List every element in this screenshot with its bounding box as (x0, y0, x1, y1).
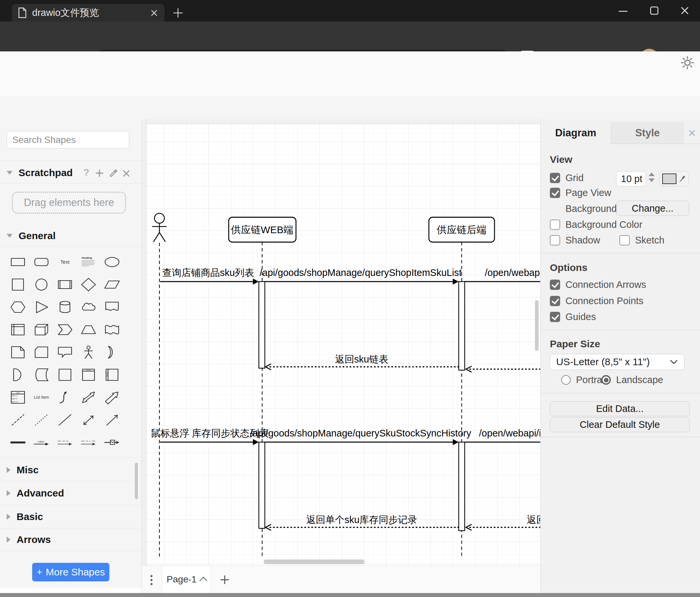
shape-or[interactable] (100, 341, 124, 363)
sidebar-scrollbar[interactable] (135, 463, 138, 499)
shape-vertical-container[interactable] (77, 363, 100, 386)
tab-style[interactable]: Style (611, 122, 684, 144)
shape-triangle[interactable] (29, 296, 53, 318)
grid-size-input[interactable] (616, 171, 646, 186)
shape-arrow[interactable] (100, 386, 124, 409)
shape-bidirectional-arrow[interactable] (77, 386, 100, 409)
shape-arrow-with-box[interactable] (100, 431, 124, 454)
shape-cylinder[interactable] (53, 296, 77, 318)
shape-callout[interactable] (53, 341, 77, 363)
grid-color-button[interactable] (659, 171, 689, 186)
shape-dashed-line[interactable] (6, 409, 29, 431)
scratchpad-help-icon[interactable]: ? (83, 167, 89, 178)
new-tab-icon[interactable] (172, 7, 184, 19)
scratchpad-add-icon[interactable] (94, 168, 105, 178)
portrait-option[interactable]: Portrait (561, 375, 607, 385)
activation-web-1[interactable] (259, 282, 265, 368)
shape-trapezoid[interactable] (77, 318, 100, 341)
diagram-canvas[interactable]: 供应链WEB端 供应链后端 (142, 119, 540, 566)
shape-rectangle[interactable] (6, 251, 29, 273)
shape-document[interactable] (100, 296, 124, 318)
shape-link-source-target[interactable] (77, 431, 100, 454)
shape-container[interactable] (53, 363, 77, 386)
activation-backend-2[interactable] (459, 442, 465, 531)
canvas-hscrollbar[interactable] (264, 559, 365, 564)
shadow-checkbox[interactable] (550, 235, 560, 245)
shape-text[interactable]: Text (53, 251, 77, 273)
shape-double-arrow-line[interactable] (77, 409, 100, 431)
shape-hexagon[interactable] (6, 296, 29, 318)
landscape-radio[interactable] (601, 375, 611, 385)
scratchpad-close-icon[interactable] (121, 168, 131, 178)
tab-diagram[interactable]: Diagram (541, 122, 611, 144)
shape-step[interactable] (53, 318, 77, 341)
shape-tape[interactable] (100, 318, 124, 341)
panel-close[interactable] (684, 122, 700, 144)
grid-size-stepper[interactable] (649, 172, 655, 182)
shape-line[interactable] (53, 409, 77, 431)
tab-close-icon[interactable] (150, 9, 158, 17)
scratchpad-edit-icon[interactable] (108, 168, 119, 178)
scratchpad-dropzone[interactable]: Drag elements here (12, 192, 126, 214)
browser-tab[interactable]: drawio文件预览 (12, 4, 165, 22)
message-label-open-webapi-item[interactable]: /open/webapi/item (479, 428, 540, 438)
background-color-checkbox[interactable] (550, 219, 560, 230)
activation-backend-1[interactable] (459, 282, 465, 370)
message-label-api-list[interactable]: /api/goods/shopManage/queryShopItemSkuLi… (259, 267, 461, 278)
shape-actor[interactable] (77, 341, 100, 363)
message-label-api-history[interactable]: /api/goods/shopManage/querySkuStockSyncH… (250, 428, 471, 438)
shape-curve[interactable] (53, 386, 77, 409)
window-close-icon[interactable] (679, 5, 691, 17)
stepper-down-icon[interactable] (649, 178, 655, 182)
shape-labeled-arrow[interactable]: Label (29, 431, 53, 454)
pages-menu-icon[interactable] (149, 574, 154, 586)
shape-parallelogram[interactable] (100, 273, 124, 296)
shape-list[interactable]: ListItem 1Item 2Item 3 (6, 386, 29, 409)
page-tab[interactable]: Page-1 (162, 566, 211, 593)
add-page-icon[interactable] (219, 574, 231, 586)
stepper-up-icon[interactable] (649, 172, 655, 176)
participant-web[interactable]: 供应链WEB端 (229, 217, 296, 242)
shape-ellipse[interactable] (100, 251, 124, 273)
shape-square[interactable] (6, 273, 29, 296)
section-advanced[interactable]: Advanced (7, 487, 64, 499)
theme-sun-icon[interactable] (680, 55, 695, 70)
shape-circle[interactable] (29, 273, 53, 296)
shape-thick-link[interactable] (6, 431, 29, 454)
shape-data-storage[interactable] (29, 363, 53, 386)
background-change-button[interactable]: Change... (616, 201, 689, 216)
message-label-return-single[interactable]: 返回单个sku库存同步记录 (306, 515, 417, 525)
sketch-checkbox[interactable] (620, 235, 630, 245)
shape-list-item[interactable]: List Item (29, 386, 53, 409)
page-view-checkbox[interactable] (550, 188, 560, 198)
shape-internal-storage[interactable] (6, 318, 29, 341)
canvas-vscrollbar[interactable] (535, 300, 539, 351)
edit-data-button[interactable]: Edit Data... (550, 401, 690, 416)
activation-web-2[interactable] (259, 442, 265, 528)
search-input[interactable] (11, 134, 132, 146)
portrait-radio[interactable] (561, 375, 571, 385)
message-label-open-webapi[interactable]: /open/webapi/ (485, 267, 540, 278)
shape-and[interactable] (6, 363, 29, 386)
shape-arrow-line[interactable] (100, 409, 124, 431)
message-label-return-partial[interactable]: 返回 (527, 515, 540, 525)
shape-note[interactable] (6, 341, 29, 363)
shape-link-source[interactable] (53, 431, 77, 454)
window-maximize-icon[interactable] (648, 5, 660, 17)
shape-card[interactable] (29, 341, 53, 363)
connection-points-checkbox[interactable] (550, 296, 560, 306)
shape-rounded-rectangle[interactable] (29, 251, 53, 273)
shape-horizontal-container[interactable] (100, 363, 124, 386)
paper-size-select[interactable]: US-Letter (8,5" x 11") (550, 354, 684, 370)
guides-checkbox[interactable] (550, 312, 560, 322)
section-arrows[interactable]: Arrows (7, 534, 51, 545)
shape-diamond[interactable] (77, 273, 100, 296)
section-basic[interactable]: Basic (7, 511, 43, 522)
message-label-return-list[interactable]: 返回sku链表 (335, 354, 388, 364)
actor-figure[interactable] (152, 213, 167, 242)
section-misc[interactable]: Misc (7, 464, 39, 476)
window-minimize-icon[interactable] (617, 8, 629, 15)
connection-arrows-checkbox[interactable] (550, 280, 560, 290)
shape-cloud[interactable] (77, 296, 100, 318)
shape-textbox[interactable]: Heading (77, 251, 100, 273)
